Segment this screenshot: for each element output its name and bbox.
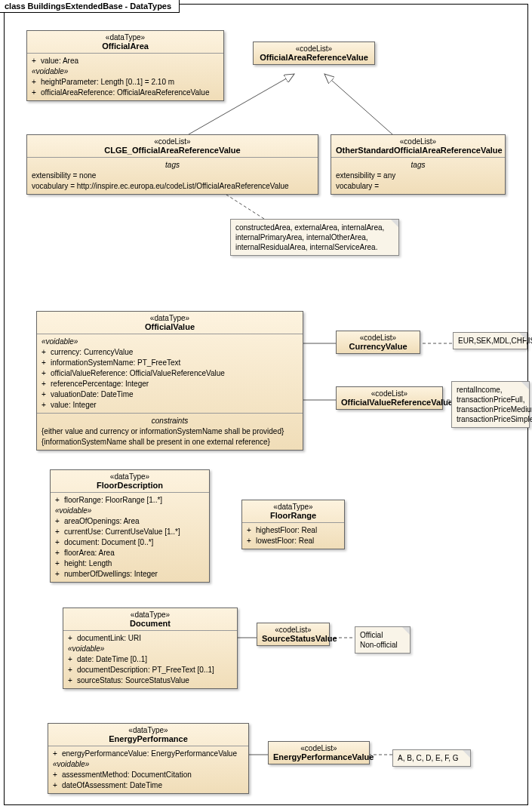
class-name: OfficialValue [42,322,298,331]
class-name: EnergyPerformance [53,734,244,743]
stereotype: «dataType» [53,726,244,734]
class-energy-value: «codeList»EnergyPerformanceValue [268,741,370,764]
stereotype: «dataType» [68,611,232,619]
stereotype: «codeList» [32,137,313,146]
class-floor-description: «dataType»FloorDescription +floorRange: … [50,469,210,583]
frame-title: class BuildingsExtendedBase - DataTypes [0,0,180,13]
attr: referencePercentage: Integer [51,380,149,388]
note-ovrv: rentalIncome, transactionPriceFull, tran… [451,381,530,428]
attr: document: Document [0..*] [64,538,153,546]
stereotype: «codeList» [336,137,500,146]
class-name: OfficialArea [32,42,219,51]
tags-label: tags [32,160,313,171]
attr: lowestFloor: Real [256,537,314,545]
attr: sourceStatus: SourceStatusValue [77,676,189,684]
stereotype: «codeList» [273,744,364,752]
note-source: Official Non-official [355,626,411,654]
tag: vocabulary = [336,181,500,192]
attr: officialAreaReference: OfficialAreaRefer… [41,88,209,97]
tag: vocabulary = http://inspire.ec.europa.eu… [32,181,313,192]
class-name: FloorRange [247,511,340,520]
note-currency: EUR,SEK,MDL,CHF,ISK,GBP,RUB,RSD [453,332,527,349]
voidable-label: «voidable» [53,759,244,770]
class-other: «codeList»OtherStandardOfficialAreaRefer… [331,134,506,195]
class-source-status: «codeList»SourceStatusValue [257,623,330,646]
attr: energyPerformanceValue: EnergyPerformanc… [62,749,237,758]
class-name: OfficialValueReferenceValue [341,398,438,407]
class-energy: «dataType»EnergyPerformance +energyPerfo… [48,723,249,794]
class-oarv: «codeList»OfficialAreaReferenceValue [253,42,375,65]
stereotype: «dataType» [247,503,340,511]
attr: highestFloor: Real [256,526,317,534]
attr: dateOfAssessment: DateTime [62,781,162,789]
attr: heightParameter: Length [0..1] = 2.10 m [41,78,174,86]
tags-label: tags [336,160,500,171]
attr: documentDescription: PT_FreeText [0..1] [77,666,214,674]
attr: value: Area [41,57,78,65]
constraint: {either value and currency or informatio… [42,426,298,437]
class-official-value: «dataType»OfficialValue «voidable» +curr… [36,311,303,451]
attr: floorRange: FloorRange [1..*] [64,496,162,504]
note-area: constructedArea, externalArea, internalA… [230,219,399,256]
tag: extensibility = none [32,171,313,181]
voidable-label: «voidable» [42,337,298,347]
class-name: OtherStandardOfficialAreaReferenceValue [336,146,500,155]
voidable-label: «voidable» [55,506,204,516]
note-energy: A, B, C, D, E, F, G [392,749,471,767]
attr: value: Integer [51,401,97,409]
class-name: FloorDescription [55,481,204,490]
class-official-area: «dataType»OfficialArea +value: Area «voi… [26,30,224,101]
voidable-label: «voidable» [68,644,232,654]
attr: numberOfDwellings: Integer [64,570,158,578]
class-name: CurrencyValue [341,342,415,351]
class-name: Document [68,619,232,628]
class-name: CLGE_OfficialAreaReferenceValue [32,146,313,155]
attr: currency: CurrencyValue [51,348,133,356]
stereotype: «codeList» [262,626,324,634]
tag: extensibility = any [336,171,500,181]
attr: date: DateTime [0..1] [77,655,147,663]
class-document: «dataType»Document +documentLink: URI «v… [63,608,238,689]
stereotype: «codeList» [341,334,415,342]
constraints-label: constraints [42,416,298,426]
stereotype: «dataType» [32,33,219,42]
class-name: SourceStatusValue [262,634,324,643]
class-currency: «codeList»CurrencyValue [336,331,420,354]
attr: height: Length [64,559,112,568]
class-clge: «codeList»CLGE_OfficialAreaReferenceValu… [26,134,318,195]
attr: valuationDate: DateTime [51,390,134,398]
attr: assessmentMethod: DocumentCitation [62,771,192,779]
voidable-label: «voidable» [32,66,219,77]
attr: documentLink: URI [77,634,141,642]
attr: floorArea: Area [64,549,115,557]
class-name: EnergyPerformanceValue [273,752,364,761]
class-ovrv: «codeList»OfficialValueReferenceValue [336,386,443,410]
stereotype: «codeList» [341,389,438,398]
attr: informationSystemName: PT_FreeText [51,358,180,367]
class-name: OfficialAreaReferenceValue [258,53,370,62]
stereotype: «codeList» [258,45,370,53]
class-floor-range: «dataType»FloorRange +highestFloor: Real… [241,500,345,549]
stereotype: «dataType» [42,314,298,322]
constraint: {informationSystemName shall be present … [42,437,298,448]
attr: areaOfOpenings: Area [64,517,140,525]
stereotype: «dataType» [55,472,204,481]
attr: currentUse: CurrentUseValue [1..*] [64,528,180,536]
attr: officialValueReference: OfficialValueRef… [51,369,225,377]
